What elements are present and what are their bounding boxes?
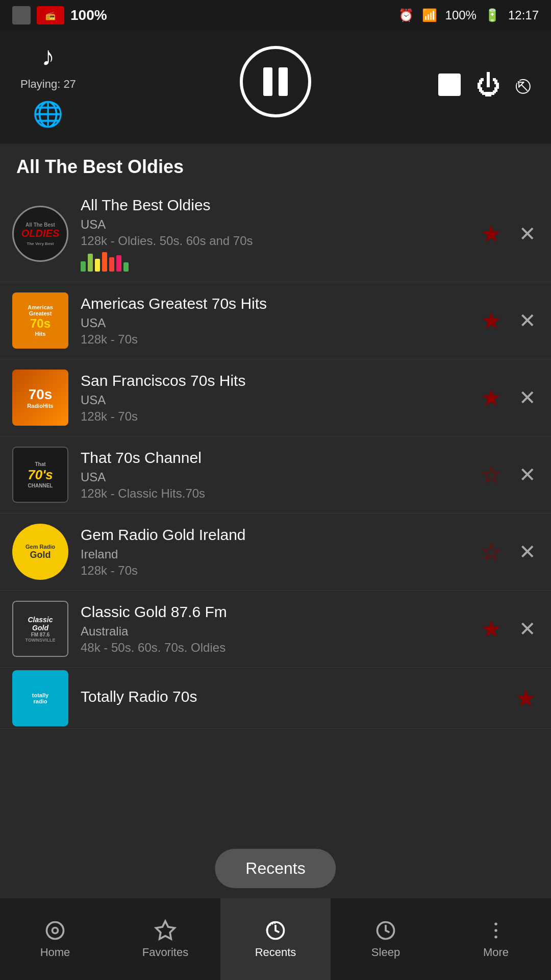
favorite-button[interactable]: ★ xyxy=(478,220,504,247)
clock: 12:17 xyxy=(508,8,539,22)
nav-sleep[interactable]: Sleep xyxy=(331,898,441,980)
station-item[interactable]: Gem Radio Gold Gem Radio Gold Ireland Ir… xyxy=(0,513,551,591)
star-filled-icon: ★ xyxy=(481,307,502,334)
station-logo: 70s RadioHits xyxy=(12,370,68,426)
station-country: Australia xyxy=(81,624,469,639)
recents-icon xyxy=(264,919,287,942)
star-outline-icon: ☆ xyxy=(481,461,502,488)
svg-point-7 xyxy=(494,936,497,939)
battery-icon: 🔋 xyxy=(485,8,500,22)
notification-count: 100% xyxy=(70,7,107,23)
station-actions: ★ ✕ xyxy=(478,220,539,247)
station-actions: ☆ ✕ xyxy=(478,461,539,488)
favorite-button[interactable]: ★ xyxy=(512,685,539,712)
station-info: All The Best Oldies USA 128k - Oldies. 5… xyxy=(81,196,469,272)
station-country: USA xyxy=(81,393,469,407)
alarm-icon: ⏰ xyxy=(398,8,414,22)
favorite-button[interactable]: ☆ xyxy=(478,538,504,565)
station-details: 128k - 70s xyxy=(81,332,469,347)
station-logo: That 70's CHANNEL xyxy=(12,447,68,503)
section-title-text: All The Best Oldies xyxy=(16,156,535,178)
app-icon: 📻 xyxy=(37,6,64,24)
station-logo: All The Best OLDIES The Very Best xyxy=(12,206,68,262)
more-icon xyxy=(485,919,507,942)
station-item[interactable]: 70s RadioHits San Franciscos 70s Hits US… xyxy=(0,359,551,436)
station-country: USA xyxy=(81,470,469,484)
station-logo: Gem Radio Gold xyxy=(12,524,68,580)
nav-home-label: Home xyxy=(40,946,70,959)
star-outline-icon: ☆ xyxy=(481,538,502,566)
wifi-icon: 📶 xyxy=(422,8,437,22)
logo-sf70s: 70s RadioHits xyxy=(12,370,68,426)
station-item[interactable]: totally radio Totally Radio 70s ★ xyxy=(0,668,551,729)
pause-bar-left xyxy=(263,67,272,96)
station-item[interactable]: All The Best OLDIES The Very Best All Th… xyxy=(0,186,551,282)
section-title: All The Best Oldies xyxy=(0,144,551,186)
station-name: Gem Radio Gold Ireland xyxy=(81,526,469,544)
favorite-button[interactable]: ☆ xyxy=(478,461,504,488)
station-details: 128k - 70s xyxy=(81,409,469,424)
recents-tooltip: Recents xyxy=(215,849,336,888)
station-actions: ★ ✕ xyxy=(478,307,539,334)
favorite-button[interactable]: ★ xyxy=(478,616,504,642)
station-details: 128k - Classic Hits.70s xyxy=(81,486,469,501)
station-info: San Franciscos 70s Hits USA 128k - 70s xyxy=(81,372,469,424)
station-item[interactable]: Americas Greatest 70s Hits Americas Grea… xyxy=(0,282,551,359)
station-country: USA xyxy=(81,316,469,330)
svg-point-0 xyxy=(47,922,64,939)
station-info: Totally Radio 70s xyxy=(81,688,504,709)
station-list: All The Best OLDIES The Very Best All Th… xyxy=(0,186,551,729)
logo-americas: Americas Greatest 70s Hits xyxy=(12,292,68,349)
nav-recents[interactable]: Recents xyxy=(220,898,331,980)
remove-button[interactable]: ✕ xyxy=(516,541,539,563)
station-name: Totally Radio 70s xyxy=(81,688,504,706)
power-icon[interactable]: ⏻ xyxy=(476,71,500,99)
remove-button[interactable]: ✕ xyxy=(516,386,539,409)
nav-favorites[interactable]: Favorites xyxy=(110,898,220,980)
pause-bar-right xyxy=(279,67,288,96)
nav-recents-label: Recents xyxy=(255,946,296,959)
sleep-icon xyxy=(374,919,397,942)
svg-point-1 xyxy=(53,928,58,934)
station-logo: totally radio xyxy=(12,670,68,726)
station-item[interactable]: That 70's CHANNEL That 70s Channel USA 1… xyxy=(0,436,551,513)
bottom-nav: Home Favorites Recents Sleep More xyxy=(0,898,551,980)
station-actions: ★ ✕ xyxy=(478,616,539,642)
status-left: 📻 100% xyxy=(12,6,107,24)
remove-button[interactable]: ✕ xyxy=(516,618,539,640)
station-details: 128k - Oldies. 50s. 60s and 70s xyxy=(81,234,469,248)
star-filled-icon: ★ xyxy=(481,384,502,411)
player-right-icons: ⏻ ⎋ xyxy=(438,71,531,99)
station-info: Classic Gold 87.6 Fm Australia 48k - 50s… xyxy=(81,603,469,655)
remove-button[interactable]: ✕ xyxy=(516,223,539,245)
player-controls-row: ♪ Playing: 27 🌐 ⏻ ⎋ xyxy=(20,41,531,129)
svg-marker-2 xyxy=(156,921,175,939)
nav-favorites-label: Favorites xyxy=(142,946,188,959)
nav-home[interactable]: Home xyxy=(0,898,110,980)
favorite-button[interactable]: ★ xyxy=(478,384,504,411)
star-filled-icon: ★ xyxy=(515,684,536,712)
equalizer xyxy=(81,251,469,272)
remove-button[interactable]: ✕ xyxy=(516,463,539,486)
globe-icon[interactable]: 🌐 xyxy=(33,100,63,129)
star-filled-icon: ★ xyxy=(481,220,502,248)
home-icon xyxy=(44,919,66,942)
share-icon[interactable]: ⎋ xyxy=(516,71,531,99)
station-info: Gem Radio Gold Ireland Ireland 128k - 70… xyxy=(81,526,469,578)
nav-more[interactable]: More xyxy=(441,898,551,980)
stop-button[interactable] xyxy=(438,74,461,96)
station-name: San Franciscos 70s Hits xyxy=(81,372,469,390)
station-logo: Americas Greatest 70s Hits xyxy=(12,292,68,349)
notification-icon xyxy=(12,6,31,24)
favorite-button[interactable]: ★ xyxy=(478,307,504,334)
pause-button[interactable] xyxy=(240,46,311,117)
status-right: ⏰ 📶 100% 🔋 12:17 xyxy=(398,8,539,22)
remove-button[interactable]: ✕ xyxy=(516,309,539,332)
battery-level: 100% xyxy=(445,8,477,22)
station-name: That 70s Channel xyxy=(81,449,469,467)
music-note-icon[interactable]: ♪ xyxy=(41,41,55,71)
player-header: ♪ Playing: 27 🌐 ⏻ ⎋ xyxy=(0,31,551,144)
station-country: USA xyxy=(81,217,469,232)
station-details: 48k - 50s. 60s. 70s. Oldies xyxy=(81,641,469,655)
station-item[interactable]: Classic Gold FM 87.6 TOWNSVILLE Classic … xyxy=(0,591,551,668)
